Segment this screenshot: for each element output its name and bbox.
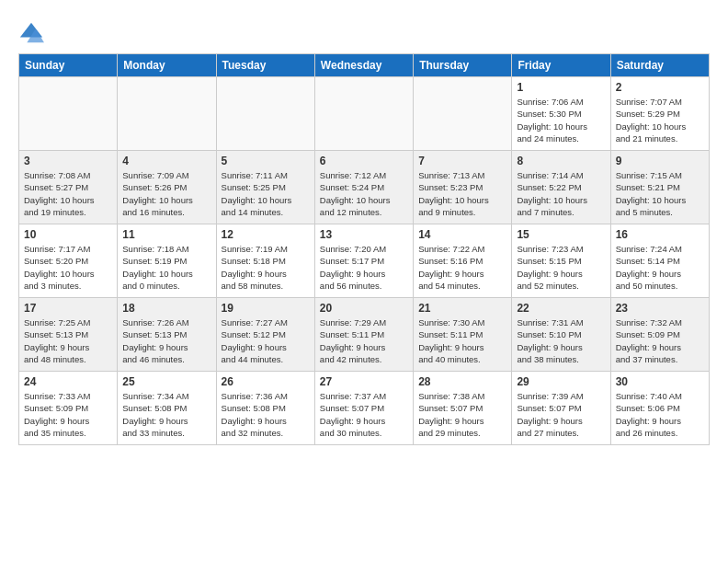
calendar-week-5: 24Sunrise: 7:33 AM Sunset: 5:09 PM Dayli… [19,372,710,445]
day-info: Sunrise: 7:19 AM Sunset: 5:18 PM Dayligh… [222,243,310,292]
calendar-cell: 1Sunrise: 7:06 AM Sunset: 5:30 PM Daylig… [512,77,610,151]
calendar-cell: 18Sunrise: 7:26 AM Sunset: 5:13 PM Dayli… [118,298,216,372]
header-monday: Monday [118,54,216,77]
calendar-cell [118,77,216,151]
day-number: 15 [517,228,605,241]
calendar-cell: 28Sunrise: 7:38 AM Sunset: 5:07 PM Dayli… [414,372,512,445]
day-number: 8 [517,155,605,167]
page-header [18,18,710,44]
day-info: Sunrise: 7:32 AM Sunset: 5:09 PM Dayligh… [616,316,704,365]
calendar-table: SundayMondayTuesdayWednesdayThursdayFrid… [18,53,710,445]
day-number: 26 [222,375,310,388]
day-number: 6 [320,155,408,167]
calendar-cell: 13Sunrise: 7:20 AM Sunset: 5:17 PM Dayli… [314,224,413,298]
day-number: 12 [222,228,310,241]
day-info: Sunrise: 7:12 AM Sunset: 5:24 PM Dayligh… [320,169,408,218]
calendar-cell: 30Sunrise: 7:40 AM Sunset: 5:06 PM Dayli… [610,372,709,445]
calendar-cell: 27Sunrise: 7:37 AM Sunset: 5:07 PM Dayli… [314,372,413,445]
calendar-cell: 4Sunrise: 7:09 AM Sunset: 5:26 PM Daylig… [118,151,216,224]
calendar-cell: 11Sunrise: 7:18 AM Sunset: 5:19 PM Dayli… [118,224,216,298]
day-number: 25 [122,375,210,388]
day-info: Sunrise: 7:24 AM Sunset: 5:14 PM Dayligh… [616,243,704,292]
calendar-cell: 17Sunrise: 7:25 AM Sunset: 5:13 PM Dayli… [19,298,118,372]
calendar-cell: 6Sunrise: 7:12 AM Sunset: 5:24 PM Daylig… [314,151,413,224]
header-friday: Friday [512,54,610,77]
day-info: Sunrise: 7:06 AM Sunset: 5:30 PM Dayligh… [517,96,605,144]
calendar-cell [314,77,413,151]
calendar-cell: 26Sunrise: 7:36 AM Sunset: 5:08 PM Dayli… [216,372,314,445]
calendar-week-4: 17Sunrise: 7:25 AM Sunset: 5:13 PM Dayli… [19,298,710,372]
calendar-header-row: SundayMondayTuesdayWednesdayThursdayFrid… [19,54,710,77]
calendar-cell: 21Sunrise: 7:30 AM Sunset: 5:11 PM Dayli… [414,298,512,372]
day-number: 5 [222,155,310,167]
day-number: 14 [418,228,506,241]
day-info: Sunrise: 7:26 AM Sunset: 5:13 PM Dayligh… [122,316,210,365]
calendar-week-1: 1Sunrise: 7:06 AM Sunset: 5:30 PM Daylig… [19,77,710,151]
day-info: Sunrise: 7:08 AM Sunset: 5:27 PM Dayligh… [24,169,112,218]
calendar-cell: 9Sunrise: 7:15 AM Sunset: 5:21 PM Daylig… [610,151,709,224]
calendar-cell: 14Sunrise: 7:22 AM Sunset: 5:16 PM Dayli… [414,224,512,298]
day-info: Sunrise: 7:31 AM Sunset: 5:10 PM Dayligh… [517,316,605,365]
header-tuesday: Tuesday [216,54,314,77]
header-saturday: Saturday [610,54,709,77]
day-info: Sunrise: 7:36 AM Sunset: 5:08 PM Dayligh… [222,390,310,439]
day-number: 1 [517,81,605,94]
day-number: 18 [122,302,210,315]
calendar-week-2: 3Sunrise: 7:08 AM Sunset: 5:27 PM Daylig… [19,151,710,224]
header-wednesday: Wednesday [314,54,413,77]
day-number: 24 [24,375,112,388]
day-info: Sunrise: 7:11 AM Sunset: 5:25 PM Dayligh… [222,169,310,218]
day-info: Sunrise: 7:13 AM Sunset: 5:23 PM Dayligh… [418,169,506,218]
calendar-cell [414,77,512,151]
day-number: 11 [122,228,210,241]
calendar-cell: 5Sunrise: 7:11 AM Sunset: 5:25 PM Daylig… [216,151,314,224]
day-number: 3 [24,155,112,167]
calendar-cell: 3Sunrise: 7:08 AM Sunset: 5:27 PM Daylig… [19,151,118,224]
day-number: 19 [222,302,310,315]
calendar-cell: 7Sunrise: 7:13 AM Sunset: 5:23 PM Daylig… [414,151,512,224]
calendar-cell [216,77,314,151]
calendar-cell: 8Sunrise: 7:14 AM Sunset: 5:22 PM Daylig… [512,151,610,224]
day-info: Sunrise: 7:17 AM Sunset: 5:20 PM Dayligh… [24,243,112,292]
day-number: 28 [418,375,506,388]
day-info: Sunrise: 7:30 AM Sunset: 5:11 PM Dayligh… [418,316,506,365]
day-info: Sunrise: 7:33 AM Sunset: 5:09 PM Dayligh… [24,390,112,439]
calendar-cell: 10Sunrise: 7:17 AM Sunset: 5:20 PM Dayli… [19,224,118,298]
day-number: 10 [24,228,112,241]
calendar-cell: 20Sunrise: 7:29 AM Sunset: 5:11 PM Dayli… [314,298,413,372]
day-number: 22 [517,302,605,315]
calendar-cell: 22Sunrise: 7:31 AM Sunset: 5:10 PM Dayli… [512,298,610,372]
calendar-cell: 2Sunrise: 7:07 AM Sunset: 5:29 PM Daylig… [610,77,709,151]
day-info: Sunrise: 7:34 AM Sunset: 5:08 PM Dayligh… [122,390,210,439]
day-info: Sunrise: 7:40 AM Sunset: 5:06 PM Dayligh… [616,390,704,439]
day-info: Sunrise: 7:15 AM Sunset: 5:21 PM Dayligh… [616,169,704,218]
calendar-cell: 24Sunrise: 7:33 AM Sunset: 5:09 PM Dayli… [19,372,118,445]
calendar-cell: 25Sunrise: 7:34 AM Sunset: 5:08 PM Dayli… [118,372,216,445]
day-number: 4 [122,155,210,167]
calendar-cell: 15Sunrise: 7:23 AM Sunset: 5:15 PM Dayli… [512,224,610,298]
day-number: 21 [418,302,506,315]
day-info: Sunrise: 7:38 AM Sunset: 5:07 PM Dayligh… [418,390,506,439]
day-info: Sunrise: 7:22 AM Sunset: 5:16 PM Dayligh… [418,243,506,292]
calendar-week-3: 10Sunrise: 7:17 AM Sunset: 5:20 PM Dayli… [19,224,710,298]
logo-icon [18,18,44,44]
calendar-cell: 16Sunrise: 7:24 AM Sunset: 5:14 PM Dayli… [610,224,709,298]
day-number: 23 [616,302,704,315]
calendar-cell [19,77,118,151]
calendar-cell: 19Sunrise: 7:27 AM Sunset: 5:12 PM Dayli… [216,298,314,372]
day-info: Sunrise: 7:20 AM Sunset: 5:17 PM Dayligh… [320,243,408,292]
day-info: Sunrise: 7:25 AM Sunset: 5:13 PM Dayligh… [24,316,112,365]
day-number: 27 [320,375,408,388]
day-number: 17 [24,302,112,315]
day-number: 13 [320,228,408,241]
day-info: Sunrise: 7:37 AM Sunset: 5:07 PM Dayligh… [320,390,408,439]
day-info: Sunrise: 7:23 AM Sunset: 5:15 PM Dayligh… [517,243,605,292]
calendar-cell: 23Sunrise: 7:32 AM Sunset: 5:09 PM Dayli… [610,298,709,372]
day-info: Sunrise: 7:14 AM Sunset: 5:22 PM Dayligh… [517,169,605,218]
day-number: 7 [418,155,506,167]
day-number: 29 [517,375,605,388]
day-number: 2 [616,81,704,94]
calendar-cell: 29Sunrise: 7:39 AM Sunset: 5:07 PM Dayli… [512,372,610,445]
header-thursday: Thursday [414,54,512,77]
day-info: Sunrise: 7:27 AM Sunset: 5:12 PM Dayligh… [222,316,310,365]
